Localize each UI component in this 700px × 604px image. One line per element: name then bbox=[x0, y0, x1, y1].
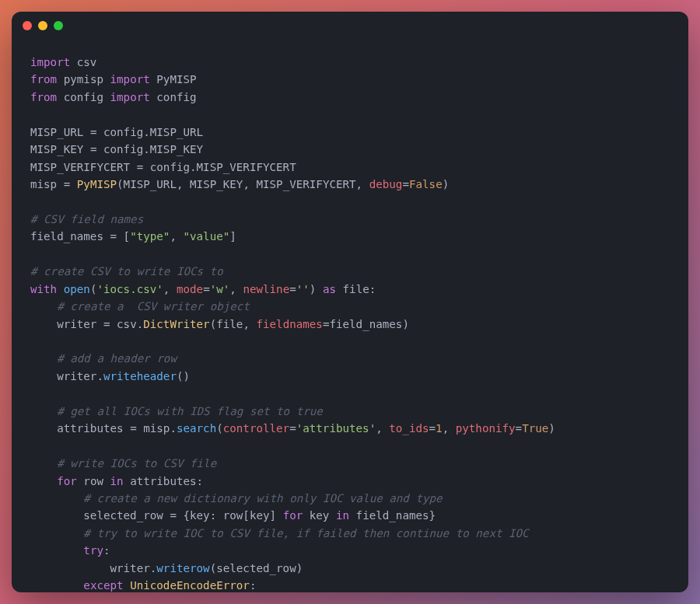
code-token bbox=[30, 544, 83, 557]
code-token: 1 bbox=[436, 422, 443, 435]
code-token: = bbox=[289, 283, 296, 295]
code-token: with bbox=[30, 283, 57, 295]
code-token: # create CSV to write IOCs to bbox=[30, 265, 223, 278]
code-token: = bbox=[402, 178, 409, 190]
code-token: [ bbox=[117, 230, 130, 243]
code-token: writer. bbox=[30, 370, 103, 382]
code-token: open bbox=[64, 283, 90, 295]
code-token: : bbox=[197, 475, 204, 487]
code-token: # write IOCs to CSV file bbox=[57, 457, 216, 470]
code-token: # try to write IOC to CSV file, if faile… bbox=[83, 527, 528, 539]
code-token bbox=[30, 527, 83, 539]
code-token: , bbox=[170, 230, 183, 243]
code-token: writerow bbox=[156, 562, 209, 574]
code-token: from bbox=[30, 73, 57, 86]
code-token: field_names bbox=[349, 509, 429, 522]
code-token: file bbox=[336, 283, 369, 295]
code-token: ( bbox=[210, 318, 217, 330]
code-token: : bbox=[369, 283, 376, 295]
code-token: except bbox=[83, 579, 123, 592]
code-token: , bbox=[376, 422, 389, 435]
code-token: 'w' bbox=[210, 283, 230, 295]
code-token: MISP_KEY bbox=[190, 178, 243, 190]
code-token: pymisp bbox=[57, 73, 110, 86]
code-token: key bbox=[190, 509, 210, 522]
code-token: ] bbox=[270, 509, 283, 522]
code-token: } bbox=[429, 509, 436, 522]
code-token: field_names bbox=[329, 318, 402, 330]
code-token: for bbox=[283, 509, 303, 522]
code-token: ( bbox=[216, 422, 223, 435]
code-token: attributes bbox=[30, 422, 130, 435]
code-token: key bbox=[303, 509, 336, 522]
code-token: = bbox=[429, 422, 436, 435]
code-token: key bbox=[250, 509, 270, 522]
code-token: 'iocs.csv' bbox=[96, 283, 163, 295]
code-token: "value" bbox=[183, 230, 229, 243]
code-token: UnicodeEncodeError bbox=[130, 579, 250, 592]
code-token: selected_row bbox=[30, 509, 170, 522]
code-token: to_ids bbox=[389, 422, 429, 435]
code-token: search bbox=[177, 422, 216, 435]
code-token bbox=[30, 405, 57, 417]
code-token: = bbox=[64, 178, 71, 190]
code-token: MISP_URL bbox=[30, 126, 90, 138]
code-token: # add a header row bbox=[57, 352, 177, 365]
close-icon[interactable] bbox=[23, 21, 32, 30]
code-token bbox=[30, 457, 57, 470]
code-token: as bbox=[323, 283, 336, 295]
code-token: import bbox=[30, 56, 70, 68]
code-token: ( bbox=[210, 562, 217, 574]
code-token: selected_row bbox=[216, 562, 296, 574]
code-token: newline bbox=[243, 283, 289, 295]
code-token: , bbox=[243, 318, 256, 330]
code-token bbox=[30, 579, 83, 592]
code-token: True bbox=[522, 422, 548, 435]
code-token: : bbox=[103, 544, 110, 557]
code-token: DictWriter bbox=[143, 318, 209, 330]
code-token: MISP_KEY bbox=[30, 143, 90, 155]
code-token: : bbox=[250, 579, 257, 592]
code-token: fieldnames bbox=[256, 318, 322, 330]
code-token: # get all IOCs with IDS flag set to true bbox=[57, 405, 323, 417]
code-token: writer. bbox=[30, 562, 156, 574]
code-token: # CSV field names bbox=[30, 213, 143, 225]
code-token: = bbox=[203, 283, 210, 295]
code-token: config bbox=[150, 91, 197, 103]
titlebar bbox=[12, 12, 688, 40]
code-token: = bbox=[516, 422, 523, 435]
code-token: misp bbox=[30, 178, 64, 190]
code-token: , bbox=[356, 178, 369, 190]
code-token: ) bbox=[548, 422, 555, 435]
code-token: '' bbox=[296, 283, 310, 295]
code-token bbox=[30, 475, 57, 487]
zoom-icon[interactable] bbox=[54, 21, 63, 30]
code-area[interactable]: import csv from pymisp import PyMISP fro… bbox=[12, 40, 688, 592]
code-token: in bbox=[110, 475, 124, 487]
code-token: 'attributes' bbox=[296, 422, 376, 435]
code-token: misp. bbox=[137, 422, 177, 435]
code-token: from bbox=[30, 91, 57, 103]
code-token: controller bbox=[223, 422, 289, 435]
code-token: file bbox=[216, 318, 243, 330]
code-token: ( bbox=[117, 178, 124, 190]
code-token: { bbox=[177, 509, 190, 522]
code-token: row bbox=[223, 509, 243, 522]
code-token: = bbox=[103, 318, 110, 330]
code-token: False bbox=[409, 178, 443, 190]
code-token bbox=[30, 492, 83, 504]
code-token: csv bbox=[70, 56, 96, 68]
code-token: config.MISP_KEY bbox=[96, 143, 203, 155]
code-token: , bbox=[243, 178, 256, 190]
code-token: ) bbox=[402, 318, 409, 330]
code-token: , bbox=[229, 283, 243, 295]
code-token: in bbox=[336, 509, 349, 522]
code-token: mode bbox=[177, 283, 203, 295]
minimize-icon[interactable] bbox=[38, 21, 47, 30]
code-token: = bbox=[110, 230, 117, 243]
code-token: # create a CSV writer object bbox=[57, 300, 250, 312]
code-token: = bbox=[170, 509, 177, 522]
code-token: = bbox=[289, 422, 296, 435]
code-token: row bbox=[77, 475, 110, 487]
code-token: import bbox=[110, 91, 150, 103]
